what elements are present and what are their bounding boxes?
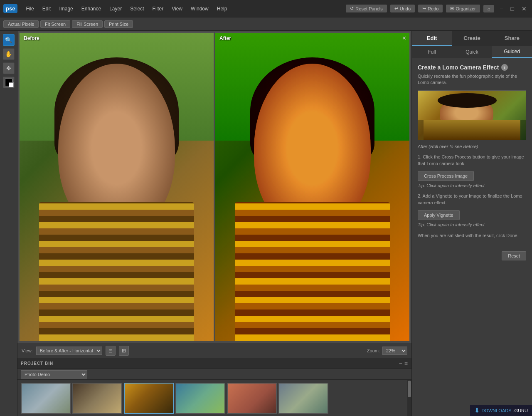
project-bin-content [17, 380, 411, 416]
subtab-quick[interactable]: Quick [452, 46, 492, 58]
menu-select[interactable]: Select [128, 5, 146, 12]
move-tool[interactable]: ✥ [3, 62, 15, 74]
bin-thumb-6[interactable] [278, 383, 328, 414]
effect-description: Quickly recreate the fun photographic st… [418, 73, 526, 86]
project-bin-toolbar: Photo Demo [17, 369, 411, 380]
canvas-area: Before After × [17, 31, 411, 416]
view-label: View: [22, 348, 33, 353]
project-bin-title: PROJECT BIN [21, 361, 53, 366]
right-panel: Edit Create Share Full Quick Guided Crea… [411, 31, 532, 416]
image-canvas: Before After × [17, 31, 411, 343]
close-panel-button[interactable]: × [402, 35, 406, 42]
before-panel: Before [19, 32, 214, 341]
menu-layer[interactable]: Layer [107, 5, 124, 12]
fit-screen-button[interactable]: Fit Screen [40, 20, 70, 28]
watermark: ⬇ DOWNLOADS .GURU [470, 405, 532, 416]
view-icon-before-after-v[interactable]: ⊞ [119, 346, 129, 356]
zoom-label: Zoom: [367, 348, 380, 353]
tab-create[interactable]: Create [452, 31, 492, 46]
menu-filter[interactable]: Filter [150, 5, 166, 12]
apply-vignette-button[interactable]: Apply Vignette [418, 210, 460, 220]
before-label: Before [24, 35, 39, 41]
tab-edit[interactable]: Edit [412, 31, 452, 46]
watermark-suffix: .GURU [513, 408, 528, 413]
maximize-button[interactable]: □ [509, 5, 516, 13]
after-label: After [219, 35, 231, 41]
menu-help[interactable]: Help [214, 5, 230, 12]
organizer-button[interactable]: ⊞ Organizer [446, 5, 480, 12]
menu-file[interactable]: File [23, 5, 36, 12]
menu-edit[interactable]: Edit [40, 5, 54, 12]
watermark-text: DOWNLOADS [481, 408, 511, 413]
subtab-full[interactable]: Full [412, 46, 452, 58]
after-image [215, 33, 409, 341]
home-icon: ⌂ [488, 6, 490, 11]
preview-caption: After (Roll over to see Before) [418, 144, 526, 150]
fill-screen-button[interactable]: Fill Screen [72, 20, 103, 28]
menu-image[interactable]: Image [57, 5, 75, 12]
after-panel: After × [215, 32, 410, 341]
bin-thumb-3[interactable] [124, 383, 174, 414]
main-layout: 🔍 ✋ ✥ Before [0, 31, 532, 416]
view-select[interactable]: Before & After - HorizontalBefore OnlyAf… [36, 347, 102, 355]
redo-icon: ↪ [422, 6, 426, 11]
reset-button[interactable]: Reset [502, 251, 526, 260]
bin-thumb-4[interactable] [175, 383, 225, 414]
menu-view[interactable]: View [169, 5, 185, 12]
reset-panels-button[interactable]: ↺ Reset Panels [346, 5, 387, 12]
sub-tabs: Full Quick Guided [412, 46, 532, 58]
cross-process-button[interactable]: Cross Process Image [418, 171, 474, 181]
tab-share[interactable]: Share [492, 31, 532, 46]
hand-tool[interactable]: ✋ [3, 48, 15, 60]
tip2-text: Tip: Click again to intensify effect [418, 222, 526, 228]
app-logo: pse [3, 4, 17, 13]
color-tool[interactable] [3, 77, 15, 88]
project-bin: PROJECT BIN − ≡ Photo Demo [17, 358, 411, 416]
zoom-select[interactable]: 22% [382, 347, 407, 355]
step2-text: 2. Add a Vignette to your image to final… [418, 193, 526, 206]
bin-scrollbar-thumb [408, 381, 411, 397]
bin-scrollbar[interactable] [407, 380, 411, 416]
before-after-view: Before After × [17, 31, 411, 343]
effect-title: Create a Lomo Camera Effect i [418, 64, 526, 71]
view-icon-before-after-h[interactable]: ⊟ [106, 346, 116, 356]
zoom-section: Zoom: 22% [367, 347, 407, 355]
actual-pixels-button[interactable]: Actual Pixels [3, 20, 39, 28]
before-image [20, 33, 214, 341]
bin-menu-button[interactable]: ≡ [404, 360, 408, 367]
zoom-tool[interactable]: 🔍 [3, 34, 15, 46]
options-toolbar: Actual Pixels Fit Screen Fill Screen Pri… [0, 17, 532, 31]
right-panel-content: Create a Lomo Camera Effect i Quickly re… [412, 58, 532, 416]
bin-controls: − ≡ [399, 360, 408, 367]
undo-button[interactable]: ↩ Undo [390, 5, 415, 12]
bin-thumb-1[interactable] [21, 383, 71, 414]
print-size-button[interactable]: Print Size [104, 20, 133, 28]
tools-panel: 🔍 ✋ ✥ [0, 31, 17, 416]
watermark-icon: ⬇ [474, 406, 480, 414]
menu-window[interactable]: Window [188, 5, 211, 12]
close-button[interactable]: ✕ [520, 5, 529, 13]
info-icon[interactable]: i [501, 64, 508, 71]
menu-enhance[interactable]: Enhance [79, 5, 103, 12]
titlebar: pse File Edit Image Enhance Layer Select… [0, 0, 532, 17]
home-button[interactable]: ⌂ [483, 5, 495, 12]
redo-button[interactable]: ↪ Redo [418, 5, 443, 12]
minimize-button[interactable]: − [498, 5, 505, 13]
project-dropdown[interactable]: Photo Demo [21, 370, 87, 379]
view-options-bar: View: Before & After - HorizontalBefore … [17, 343, 411, 358]
subtab-guided[interactable]: Guided [492, 46, 532, 58]
reset-icon: ↺ [350, 6, 354, 11]
undo-icon: ↩ [394, 6, 398, 11]
tip1-text: Tip: Click again to intensify effect [418, 183, 526, 189]
edit-tabs: Edit Create Share [412, 31, 532, 46]
effect-preview-image [418, 90, 526, 140]
bin-thumb-5[interactable] [227, 383, 277, 414]
project-bin-header: PROJECT BIN − ≡ [17, 358, 411, 369]
step1-text: 1. Click the Cross Process button to giv… [418, 154, 526, 167]
bin-thumb-2[interactable] [72, 383, 122, 414]
bin-minimize-button[interactable]: − [399, 360, 403, 367]
organizer-icon: ⊞ [450, 6, 454, 11]
done-instructions: When you are satisfied with the result, … [418, 233, 526, 239]
